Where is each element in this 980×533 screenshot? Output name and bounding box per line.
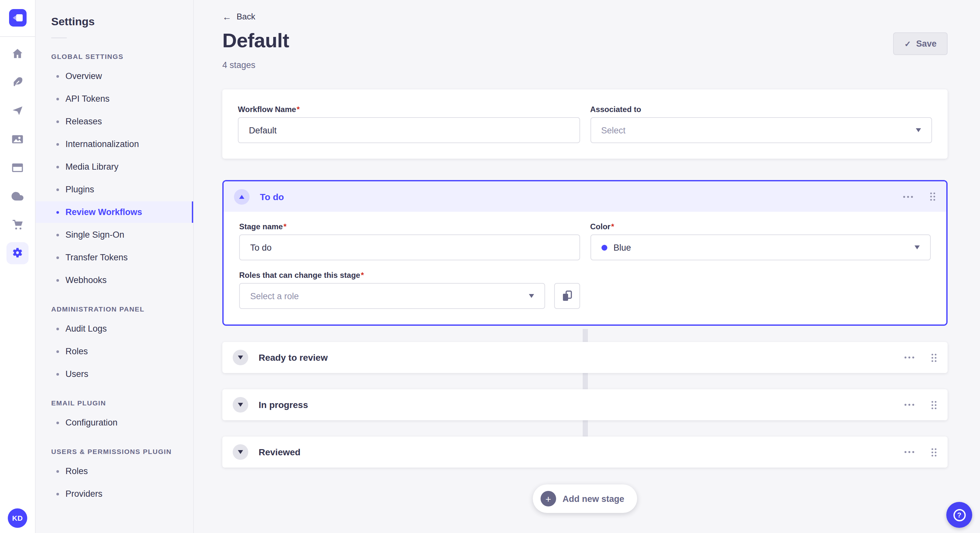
bullet-icon (56, 470, 59, 473)
sidebar-item-label: Single Sign-On (65, 230, 124, 240)
workflow-name-input[interactable] (238, 117, 580, 143)
feather-icon[interactable] (0, 68, 35, 97)
sidebar-item-providers[interactable]: Providers (36, 483, 193, 504)
more-options-icon[interactable] (904, 355, 915, 359)
bullet-icon (56, 120, 59, 123)
workflow-form-card: Workflow Name* Associated to Select (222, 89, 948, 159)
roles-label: Roles that can change this stage* (239, 271, 580, 280)
sidebar-item-review-workflows[interactable]: Review Workflows (36, 201, 193, 223)
sidebar-item-label: Providers (65, 489, 102, 499)
duplicate-icon (561, 289, 573, 303)
check-icon: ✓ (905, 39, 911, 48)
required-asterisk: * (297, 105, 300, 114)
expand-stage-button[interactable] (233, 397, 248, 412)
drag-handle-icon[interactable] (929, 192, 936, 201)
stage-row-ready-to-review[interactable]: Ready to review (222, 342, 948, 373)
nav-section-label: Email Plugin (51, 399, 193, 407)
bullet-icon (56, 188, 59, 191)
sidebar-item-audit-logs[interactable]: Audit Logs (36, 318, 193, 339)
add-new-stage-button[interactable]: + Add new stage (533, 484, 638, 513)
nav-section-label: Administration Panel (51, 305, 193, 313)
settings-sidebar: Settings Global SettingsOverviewAPI Toke… (36, 0, 194, 533)
sidebar-item-roles[interactable]: Roles (36, 460, 193, 482)
sidebar-item-overview[interactable]: Overview (36, 65, 193, 87)
help-button[interactable]: ? (946, 502, 972, 528)
cart-icon[interactable] (0, 211, 35, 239)
bullet-icon (56, 350, 59, 353)
sidebar-item-label: Review Workflows (65, 207, 142, 217)
save-button[interactable]: ✓ Save (894, 32, 948, 55)
expand-stage-button[interactable] (233, 350, 248, 365)
back-label: Back (237, 12, 255, 21)
sidebar-item-label: Users (65, 369, 89, 379)
sidebar-item-webhooks[interactable]: Webhooks (36, 270, 193, 291)
icon-rail: KD (0, 0, 36, 533)
color-select[interactable]: Blue (590, 235, 931, 260)
associated-to-label: Associated to (590, 105, 932, 114)
chevron-down-icon (238, 403, 243, 407)
bullet-icon (56, 421, 59, 424)
stage-count: 4 stages (222, 60, 948, 70)
sidebar-item-label: Overview (65, 71, 102, 81)
bullet-icon (56, 256, 59, 259)
send-icon[interactable] (0, 97, 35, 125)
media-library-icon[interactable] (0, 125, 35, 154)
sidebar-item-plugins[interactable]: Plugins (36, 179, 193, 200)
expand-stage-button[interactable] (233, 444, 248, 460)
help-icon: ? (953, 509, 966, 521)
more-options-icon[interactable] (902, 195, 914, 198)
stage-row-reviewed[interactable]: Reviewed (222, 436, 948, 468)
roles-select[interactable]: Select a role (239, 283, 545, 309)
collapse-stage-button[interactable] (234, 189, 250, 204)
sidebar-divider (51, 38, 67, 38)
bullet-icon (56, 75, 59, 78)
chevron-up-icon (239, 195, 244, 198)
app-window: KD Settings Global SettingsOverviewAPI T… (0, 0, 980, 533)
sidebar-item-configuration[interactable]: Configuration (36, 412, 193, 433)
sidebar-item-users[interactable]: Users (36, 363, 193, 385)
bullet-icon (56, 233, 59, 236)
settings-gear-icon[interactable] (0, 239, 35, 268)
drag-handle-icon[interactable] (931, 447, 937, 457)
more-options-icon[interactable] (904, 403, 915, 407)
sidebar-item-roles[interactable]: Roles (36, 341, 193, 362)
required-asterisk: * (283, 222, 286, 231)
required-asterisk: * (361, 271, 364, 280)
stage-row-in-progress[interactable]: In progress (222, 389, 948, 420)
sidebar-item-single-sign-on[interactable]: Single Sign-On (36, 224, 193, 246)
bullet-icon (56, 327, 59, 330)
associated-to-select[interactable]: Select (590, 117, 932, 143)
stage-name-input[interactable] (239, 235, 580, 260)
nav-section-label: Users & Permissions Plugin (51, 447, 193, 455)
drag-handle-icon[interactable] (931, 353, 937, 362)
strapi-logo-icon[interactable] (9, 9, 26, 27)
sidebar-title: Settings (36, 16, 193, 29)
sidebar-item-internationalization[interactable]: Internationalization (36, 133, 193, 155)
bullet-icon (56, 493, 59, 495)
sidebar-item-label: Audit Logs (65, 324, 107, 333)
layout-icon[interactable] (0, 154, 35, 182)
stage-header[interactable]: To do (224, 181, 946, 212)
back-link[interactable]: ← Back (222, 12, 255, 21)
chevron-down-icon (238, 355, 243, 359)
sidebar-item-label: Configuration (65, 418, 118, 427)
cloud-icon[interactable] (0, 182, 35, 211)
more-options-icon[interactable] (904, 450, 915, 454)
chevron-down-icon (915, 246, 920, 249)
sidebar-item-label: Roles (65, 346, 88, 356)
home-icon[interactable] (0, 40, 35, 68)
page-title: Default (222, 30, 289, 51)
user-avatar[interactable]: KD (8, 508, 27, 528)
sidebar-item-label: Internationalization (65, 139, 139, 149)
duplicate-stage-button[interactable] (554, 283, 580, 309)
bullet-icon (56, 211, 59, 213)
stage-name-label: Stage name* (239, 222, 580, 231)
color-label: Color* (590, 222, 931, 231)
stage-title: Ready to review (259, 352, 328, 363)
plus-icon: + (541, 491, 556, 506)
sidebar-item-releases[interactable]: Releases (36, 111, 193, 132)
sidebar-item-media-library[interactable]: Media Library (36, 156, 193, 178)
drag-handle-icon[interactable] (931, 400, 937, 409)
sidebar-item-api-tokens[interactable]: API Tokens (36, 88, 193, 109)
sidebar-item-transfer-tokens[interactable]: Transfer Tokens (36, 247, 193, 268)
